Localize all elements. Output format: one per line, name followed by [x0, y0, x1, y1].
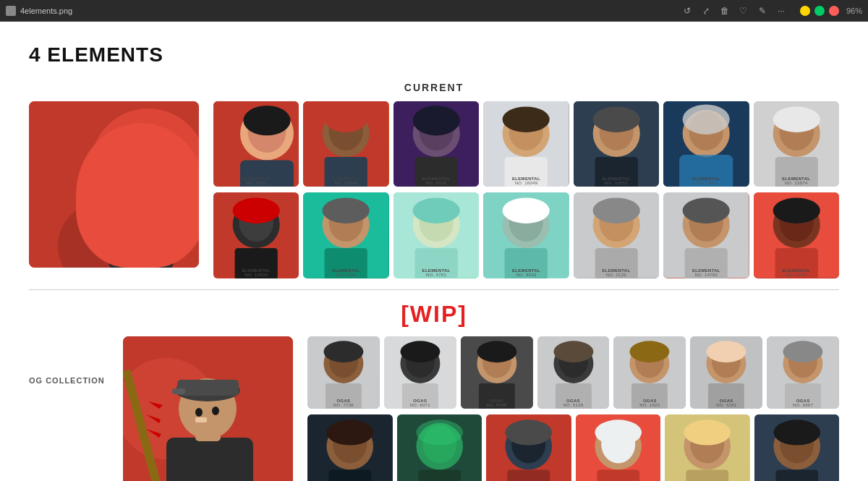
elementals-featured-inner	[29, 101, 199, 268]
card-8939[interactable]: ELEMENTAL NO. 8939	[483, 192, 569, 278]
card-13674[interactable]: ELEMENTAL NO. 13674	[754, 101, 839, 187]
og-section: OG COLLECTION	[29, 336, 839, 481]
section-divider	[29, 289, 839, 290]
elementals-title-row: CURRENT	[29, 81, 839, 94]
card-4275-label: ELEMENTAL NO. 4275	[754, 268, 839, 277]
card-10504[interactable]: ELEMENTAL NO. 10504	[303, 101, 388, 187]
close-button[interactable]: ×	[829, 6, 839, 16]
og-section-label: OG COLLECTION	[29, 336, 123, 385]
og-rows: OGAS NO. 7736	[307, 336, 839, 481]
svg-point-67	[503, 198, 550, 224]
elementals-section: CURRENT	[29, 81, 839, 278]
card-16049-label: ELEMENTAL NO. 16049	[483, 176, 569, 185]
app-icon	[6, 6, 16, 16]
svg-rect-89	[177, 380, 239, 396]
svg-point-118	[553, 341, 593, 362]
svg-point-92	[212, 406, 219, 415]
card-14782-label: ELEMENTAL NO. 14782	[663, 268, 749, 277]
elementals-cards-content: ELEMENTAL NO. 6401	[213, 101, 839, 278]
svg-marker-11	[112, 203, 156, 235]
og-card-1920[interactable]: OGAS NO. 1920	[613, 336, 686, 409]
og-card-8488[interactable]: OGAS NO. 8488	[461, 336, 533, 409]
card-10552[interactable]: ELEMENTAL NO. 10552	[574, 101, 659, 187]
more-icon[interactable]: ···	[775, 5, 787, 17]
elementals-featured-image	[29, 101, 199, 268]
elementals-row2: ELEMENTAL NO. 10839	[213, 192, 839, 278]
delete-icon[interactable]: 🗑	[719, 5, 731, 17]
og-character-svg	[123, 336, 293, 481]
card-8939-label: ELEMENTAL NO. 8939	[483, 268, 569, 277]
svg-rect-4	[130, 188, 152, 210]
og-card-6567[interactable]: OGAS NO. 6567	[397, 414, 482, 481]
og-card-4181-label: OGAS NO. 4181	[690, 399, 762, 407]
svg-point-153	[595, 420, 642, 445]
elementals-section-row: ELEMENTAL NO. 6401	[29, 101, 839, 278]
elementals-row1: ELEMENTAL NO. 6401	[213, 101, 839, 187]
maximize-button[interactable]: □	[814, 6, 825, 16]
svg-rect-147	[507, 469, 550, 481]
wip-title-row: [WIP]	[29, 301, 839, 328]
card-16049[interactable]: ELEMENTAL NO. 16049	[483, 101, 569, 187]
edit-icon[interactable]: ✎	[757, 5, 768, 17]
window-controls: − □ ×	[800, 6, 839, 16]
card-2129-label: ELEMENTAL NO. 2129	[574, 268, 659, 277]
share-icon[interactable]: ⤤	[700, 5, 712, 17]
card-1432[interactable]: ELEMENTAL NO. 1432	[303, 192, 388, 278]
svg-point-123	[630, 341, 670, 362]
minimize-button[interactable]: −	[800, 6, 810, 16]
svg-point-148	[505, 420, 552, 445]
svg-rect-137	[328, 469, 371, 481]
card-2129[interactable]: ELEMENTAL NO. 2129	[574, 192, 659, 278]
card-4275[interactable]: ELEMENTAL NO. 4275	[754, 192, 839, 278]
card-6401[interactable]: ELEMENTAL NO. 6401	[213, 101, 299, 187]
svg-point-103	[323, 341, 363, 362]
og-card-6967[interactable]: OGAS NO. 6967	[767, 336, 839, 409]
og-row1: OGAS NO. 7736	[307, 336, 839, 409]
heart-icon[interactable]: ♡	[738, 5, 749, 17]
title-bar-right: ↺ ⤤ 🗑 ♡ ✎ ··· − □ × 96%	[681, 5, 862, 17]
svg-point-108	[400, 341, 440, 362]
main-area: 4 ELEMENTS CURRENT	[0, 22, 868, 481]
svg-point-10	[143, 174, 150, 182]
og-card-7736[interactable]: OGAS NO. 7736	[307, 336, 380, 409]
card-9424[interactable]: ELEMENTAL NO. 9424	[663, 101, 749, 187]
page-title: 4 ELEMENTS	[29, 43, 839, 67]
og-cards-content: OGAS NO. 7736	[307, 336, 839, 481]
svg-rect-157	[686, 469, 728, 481]
svg-point-5	[114, 147, 169, 208]
svg-point-22	[325, 106, 367, 132]
svg-point-7	[110, 150, 136, 182]
og-card-6071[interactable]: OGAS NO. 6071	[384, 336, 456, 409]
svg-point-8	[145, 150, 166, 176]
og-card-7258[interactable]: OGAS NO. 7258	[307, 414, 393, 481]
og-card-1504[interactable]: OGAS NO. 1504	[486, 414, 571, 481]
svg-rect-152	[597, 469, 639, 481]
card-6528[interactable]: ELEMENTAL NO. 6528	[393, 101, 479, 187]
svg-point-62	[412, 198, 459, 224]
zoom-level: 96%	[846, 7, 862, 15]
og-card-5128[interactable]: OGAS NO. 5128	[537, 336, 610, 409]
og-card-7736-label: OGAS NO. 7736	[307, 399, 380, 407]
og-card-8488-label: OGAS NO. 8488	[461, 399, 533, 407]
og-card-1591[interactable]: OGAS NO. 1591	[665, 414, 750, 481]
svg-point-17	[243, 106, 290, 135]
svg-point-91	[195, 408, 203, 417]
wip-label: [WIP]	[401, 301, 467, 327]
title-bar-left: 4elements.png	[6, 6, 72, 16]
card-4781[interactable]: ELEMENTAL NO. 4781	[393, 192, 479, 278]
og-card-5128-label: OGAS NO. 5128	[537, 399, 610, 407]
svg-rect-12	[134, 203, 145, 231]
og-card-6967-label: OGAS NO. 6967	[767, 399, 839, 407]
og-card-9730[interactable]: OGAS NO. 9730	[576, 414, 661, 481]
og-card-4181[interactable]: OGAS NO. 4181	[690, 336, 762, 409]
og-card-1920-label: OGAS NO. 1920	[613, 399, 686, 407]
rotate-icon[interactable]: ↺	[681, 5, 693, 17]
svg-point-47	[773, 106, 820, 132]
card-14782[interactable]: ELEMENTAL NO. 14782	[663, 192, 749, 278]
card-10552-label: ELEMENTAL NO. 10552	[574, 176, 659, 185]
og-featured-inner	[123, 336, 293, 481]
svg-point-138	[326, 420, 373, 445]
og-card-6071-label: OGAS NO. 6071	[384, 399, 456, 407]
og-card-6536[interactable]: OGAS NO. 6536	[754, 414, 840, 481]
card-10839[interactable]: ELEMENTAL NO. 10839	[213, 192, 299, 278]
